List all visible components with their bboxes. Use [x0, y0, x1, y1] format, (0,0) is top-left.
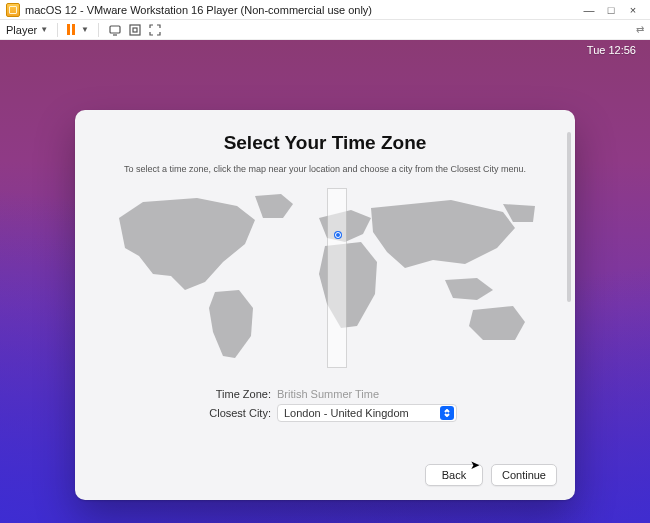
- chevron-updown-icon: [440, 406, 454, 420]
- back-button[interactable]: Back: [425, 464, 483, 486]
- svg-rect-1: [130, 25, 140, 35]
- timezone-label: Time Zone:: [193, 388, 271, 400]
- pause-button[interactable]: [67, 24, 75, 35]
- setup-assistant-panel: Select Your Time Zone To select a time z…: [75, 110, 575, 500]
- closest-city-select[interactable]: London - United Kingdom: [277, 404, 457, 422]
- window-maximize-button[interactable]: □: [600, 4, 622, 16]
- unity-icon[interactable]: [148, 23, 162, 37]
- window-title: macOS 12 - VMware Workstation 16 Player …: [25, 4, 372, 16]
- timezone-map[interactable]: [105, 188, 545, 368]
- player-menu[interactable]: Player ▼: [6, 24, 48, 36]
- svg-rect-2: [133, 28, 137, 32]
- continue-button[interactable]: Continue: [491, 464, 557, 486]
- player-menu-label: Player: [6, 24, 37, 36]
- timezone-form: Time Zone: British Summer Time Closest C…: [193, 384, 457, 422]
- svg-rect-0: [110, 26, 120, 33]
- separator: [57, 23, 58, 37]
- panel-title: Select Your Time Zone: [224, 132, 427, 154]
- separator: [98, 23, 99, 37]
- vmware-app-icon: [6, 3, 20, 17]
- location-pin-icon: [335, 232, 341, 238]
- guest-display[interactable]: Tue 12:56 Select Your Time Zone To selec…: [0, 40, 650, 523]
- vmware-toolbar: Player ▼ ▼ ⇄: [0, 20, 650, 40]
- scroll-indicator[interactable]: [567, 132, 571, 302]
- closest-city-value: London - United Kingdom: [284, 407, 409, 419]
- panel-instruction: To select a time zone, click the map nea…: [124, 164, 526, 174]
- dropdown-icon: ▼: [40, 25, 48, 34]
- menubar-clock: Tue 12:56: [587, 44, 636, 56]
- window-minimize-button[interactable]: —: [578, 4, 600, 16]
- vmware-titlebar: macOS 12 - VMware Workstation 16 Player …: [0, 0, 650, 20]
- closest-city-label: Closest City:: [193, 407, 271, 419]
- send-cad-icon[interactable]: [108, 23, 122, 37]
- window-close-button[interactable]: ×: [622, 4, 644, 16]
- fullscreen-icon[interactable]: [128, 23, 142, 37]
- selected-timezone-band: [327, 188, 347, 368]
- network-indicator-icon: ⇄: [636, 24, 644, 35]
- dropdown-icon[interactable]: ▼: [81, 25, 89, 34]
- timezone-value: British Summer Time: [277, 388, 379, 400]
